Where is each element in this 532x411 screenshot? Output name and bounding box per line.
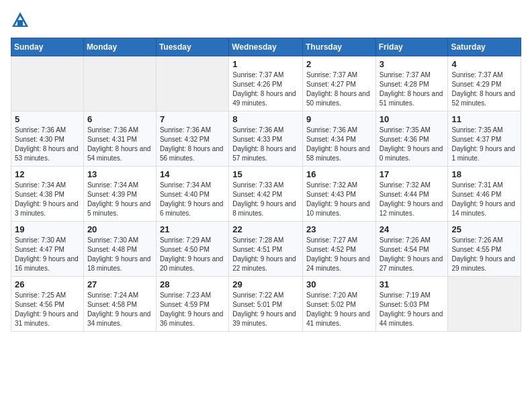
calendar-cell: 10Sunrise: 7:35 AM Sunset: 4:36 PM Dayli… bbox=[375, 111, 448, 167]
calendar-week-row: 26Sunrise: 7:25 AM Sunset: 4:56 PM Dayli… bbox=[11, 277, 521, 332]
day-info: Sunrise: 7:36 AM Sunset: 4:31 PM Dayligh… bbox=[87, 126, 152, 163]
weekday-header: Wednesday bbox=[229, 38, 303, 56]
calendar-cell: 22Sunrise: 7:28 AM Sunset: 4:51 PM Dayli… bbox=[229, 222, 303, 277]
day-info: Sunrise: 7:37 AM Sunset: 4:26 PM Dayligh… bbox=[232, 71, 299, 108]
day-info: Sunrise: 7:25 AM Sunset: 4:56 PM Dayligh… bbox=[15, 291, 80, 328]
calendar-cell: 31Sunrise: 7:19 AM Sunset: 5:03 PM Dayli… bbox=[375, 277, 448, 332]
calendar-cell: 19Sunrise: 7:30 AM Sunset: 4:47 PM Dayli… bbox=[11, 222, 84, 277]
day-number: 28 bbox=[160, 279, 225, 289]
calendar-cell: 5Sunrise: 7:36 AM Sunset: 4:30 PM Daylig… bbox=[11, 111, 84, 167]
day-number: 1 bbox=[232, 59, 299, 69]
day-number: 17 bbox=[380, 169, 445, 179]
calendar-cell bbox=[83, 56, 156, 111]
calendar-cell bbox=[156, 56, 228, 111]
day-info: Sunrise: 7:20 AM Sunset: 5:02 PM Dayligh… bbox=[306, 291, 372, 328]
day-info: Sunrise: 7:22 AM Sunset: 5:01 PM Dayligh… bbox=[232, 291, 299, 328]
calendar-week-row: 1Sunrise: 7:37 AM Sunset: 4:26 PM Daylig… bbox=[11, 56, 521, 111]
day-info: Sunrise: 7:33 AM Sunset: 4:42 PM Dayligh… bbox=[232, 181, 299, 218]
calendar-cell: 12Sunrise: 7:34 AM Sunset: 4:38 PM Dayli… bbox=[11, 167, 84, 222]
calendar-week-row: 19Sunrise: 7:30 AM Sunset: 4:47 PM Dayli… bbox=[11, 222, 521, 277]
day-info: Sunrise: 7:19 AM Sunset: 5:03 PM Dayligh… bbox=[380, 291, 445, 328]
calendar-cell: 4Sunrise: 7:37 AM Sunset: 4:29 PM Daylig… bbox=[448, 56, 521, 111]
weekday-header: Tuesday bbox=[156, 38, 228, 56]
calendar-cell: 9Sunrise: 7:36 AM Sunset: 4:34 PM Daylig… bbox=[302, 111, 375, 167]
day-number: 11 bbox=[451, 114, 517, 124]
day-number: 13 bbox=[87, 169, 152, 179]
day-info: Sunrise: 7:34 AM Sunset: 4:38 PM Dayligh… bbox=[15, 181, 80, 218]
day-info: Sunrise: 7:26 AM Sunset: 4:54 PM Dayligh… bbox=[380, 236, 445, 273]
calendar-cell: 21Sunrise: 7:29 AM Sunset: 4:50 PM Dayli… bbox=[156, 222, 228, 277]
day-number: 3 bbox=[380, 59, 445, 69]
day-info: Sunrise: 7:37 AM Sunset: 4:29 PM Dayligh… bbox=[451, 71, 517, 108]
calendar-cell: 11Sunrise: 7:35 AM Sunset: 4:37 PM Dayli… bbox=[448, 111, 521, 167]
day-info: Sunrise: 7:30 AM Sunset: 4:47 PM Dayligh… bbox=[15, 236, 80, 273]
day-info: Sunrise: 7:32 AM Sunset: 4:44 PM Dayligh… bbox=[380, 181, 445, 218]
logo bbox=[11, 11, 32, 30]
calendar-cell: 7Sunrise: 7:36 AM Sunset: 4:32 PM Daylig… bbox=[156, 111, 228, 167]
calendar-cell: 28Sunrise: 7:23 AM Sunset: 4:59 PM Dayli… bbox=[156, 277, 228, 332]
weekday-header: Saturday bbox=[448, 38, 521, 56]
day-number: 7 bbox=[160, 114, 225, 124]
calendar-cell bbox=[11, 56, 84, 111]
day-number: 19 bbox=[15, 224, 80, 234]
day-number: 31 bbox=[380, 279, 445, 289]
day-number: 14 bbox=[160, 169, 225, 179]
calendar-cell: 16Sunrise: 7:32 AM Sunset: 4:43 PM Dayli… bbox=[302, 167, 375, 222]
weekday-header: Sunday bbox=[11, 38, 84, 56]
day-info: Sunrise: 7:37 AM Sunset: 4:28 PM Dayligh… bbox=[380, 71, 445, 108]
day-info: Sunrise: 7:36 AM Sunset: 4:30 PM Dayligh… bbox=[15, 126, 80, 163]
calendar-cell: 3Sunrise: 7:37 AM Sunset: 4:28 PM Daylig… bbox=[375, 56, 448, 111]
day-info: Sunrise: 7:35 AM Sunset: 4:37 PM Dayligh… bbox=[451, 126, 517, 163]
day-number: 27 bbox=[87, 279, 152, 289]
weekday-header: Friday bbox=[375, 38, 448, 56]
day-info: Sunrise: 7:36 AM Sunset: 4:34 PM Dayligh… bbox=[306, 126, 372, 163]
calendar-cell: 18Sunrise: 7:31 AM Sunset: 4:46 PM Dayli… bbox=[448, 167, 521, 222]
day-number: 25 bbox=[451, 224, 517, 234]
calendar-cell: 6Sunrise: 7:36 AM Sunset: 4:31 PM Daylig… bbox=[83, 111, 156, 167]
day-number: 20 bbox=[87, 224, 152, 234]
day-number: 10 bbox=[380, 114, 445, 124]
page-header bbox=[11, 11, 521, 30]
day-number: 22 bbox=[232, 224, 299, 234]
day-info: Sunrise: 7:28 AM Sunset: 4:51 PM Dayligh… bbox=[232, 236, 299, 273]
day-number: 23 bbox=[306, 224, 372, 234]
day-number: 24 bbox=[380, 224, 445, 234]
day-info: Sunrise: 7:30 AM Sunset: 4:48 PM Dayligh… bbox=[87, 236, 152, 273]
calendar-week-row: 5Sunrise: 7:36 AM Sunset: 4:30 PM Daylig… bbox=[11, 111, 521, 167]
day-info: Sunrise: 7:32 AM Sunset: 4:43 PM Dayligh… bbox=[306, 181, 372, 218]
calendar-cell: 24Sunrise: 7:26 AM Sunset: 4:54 PM Dayli… bbox=[375, 222, 448, 277]
day-number: 18 bbox=[451, 169, 517, 179]
calendar-cell: 26Sunrise: 7:25 AM Sunset: 4:56 PM Dayli… bbox=[11, 277, 84, 332]
day-info: Sunrise: 7:26 AM Sunset: 4:55 PM Dayligh… bbox=[451, 236, 517, 273]
day-number: 30 bbox=[306, 279, 372, 289]
calendar-cell: 23Sunrise: 7:27 AM Sunset: 4:52 PM Dayli… bbox=[302, 222, 375, 277]
weekday-header: Thursday bbox=[302, 38, 375, 56]
calendar-cell: 1Sunrise: 7:37 AM Sunset: 4:26 PM Daylig… bbox=[229, 56, 303, 111]
calendar-cell: 15Sunrise: 7:33 AM Sunset: 4:42 PM Dayli… bbox=[229, 167, 303, 222]
day-number: 26 bbox=[15, 279, 80, 289]
calendar-cell: 25Sunrise: 7:26 AM Sunset: 4:55 PM Dayli… bbox=[448, 222, 521, 277]
day-number: 29 bbox=[232, 279, 299, 289]
calendar-week-row: 12Sunrise: 7:34 AM Sunset: 4:38 PM Dayli… bbox=[11, 167, 521, 222]
calendar-cell: 8Sunrise: 7:36 AM Sunset: 4:33 PM Daylig… bbox=[229, 111, 303, 167]
day-info: Sunrise: 7:34 AM Sunset: 4:39 PM Dayligh… bbox=[87, 181, 152, 218]
day-info: Sunrise: 7:37 AM Sunset: 4:27 PM Dayligh… bbox=[306, 71, 372, 108]
calendar-cell: 14Sunrise: 7:34 AM Sunset: 4:40 PM Dayli… bbox=[156, 167, 228, 222]
day-info: Sunrise: 7:31 AM Sunset: 4:46 PM Dayligh… bbox=[451, 181, 517, 218]
calendar-cell: 2Sunrise: 7:37 AM Sunset: 4:27 PM Daylig… bbox=[302, 56, 375, 111]
calendar-cell: 29Sunrise: 7:22 AM Sunset: 5:01 PM Dayli… bbox=[229, 277, 303, 332]
day-number: 9 bbox=[306, 114, 372, 124]
day-number: 12 bbox=[15, 169, 80, 179]
day-info: Sunrise: 7:23 AM Sunset: 4:59 PM Dayligh… bbox=[160, 291, 225, 328]
day-number: 4 bbox=[451, 59, 517, 69]
calendar-cell: 13Sunrise: 7:34 AM Sunset: 4:39 PM Dayli… bbox=[83, 167, 156, 222]
day-number: 16 bbox=[306, 169, 372, 179]
day-info: Sunrise: 7:24 AM Sunset: 4:58 PM Dayligh… bbox=[87, 291, 152, 328]
day-number: 6 bbox=[87, 114, 152, 124]
day-info: Sunrise: 7:27 AM Sunset: 4:52 PM Dayligh… bbox=[306, 236, 372, 273]
day-info: Sunrise: 7:36 AM Sunset: 4:32 PM Dayligh… bbox=[160, 126, 225, 163]
day-number: 15 bbox=[232, 169, 299, 179]
day-number: 5 bbox=[15, 114, 80, 124]
logo-icon bbox=[11, 11, 30, 30]
day-info: Sunrise: 7:29 AM Sunset: 4:50 PM Dayligh… bbox=[160, 236, 225, 273]
